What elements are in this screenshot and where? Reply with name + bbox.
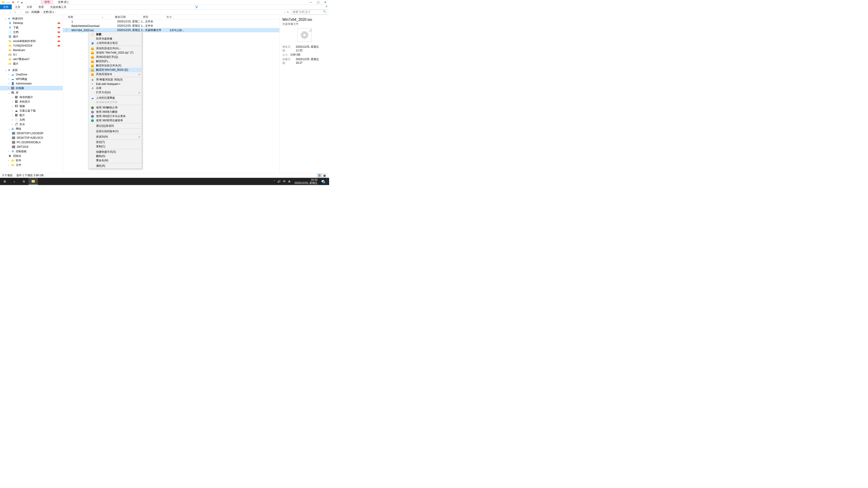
ctx-open-360[interactable]: 用360压缩打开(Q) [89,55,141,59]
contextual-tab-manage[interactable]: 管理 [41,0,53,4]
tab-file[interactable]: 文件 [0,4,12,9]
ctx-extract-here[interactable]: 解压到当前文件夹(X) [89,64,141,68]
qat-delete-icon[interactable]: ✕ [11,0,15,4]
explorer-taskbar-button[interactable] [29,178,38,185]
tree-documents[interactable]: 📄文档📌 [0,30,63,34]
column-name[interactable]: 名称▴ [66,15,114,19]
history-dropdown-icon[interactable]: ▾ [13,10,17,14]
chevron-right-icon[interactable]: › [41,11,42,14]
ctx-extract-to[interactable]: 解压到 Win7x64_2020\ (E)↖ [89,68,141,72]
breadcrumb-drive[interactable]: 文档 (E:) [42,10,55,14]
start-button[interactable]: ⊞ [0,178,9,185]
ctx-burn[interactable]: 刻录光盘映像 [89,37,141,41]
ctx-360-trojan[interactable]: 使用 360进行木马云查杀 [89,114,141,119]
ctx-qq-send[interactable]: 通过QQ发送到 [89,124,141,128]
search-input[interactable]: 搜索"文档 (E:)" [291,10,327,14]
ribbon-expand-icon[interactable]: ⋁ [194,4,199,9]
tree-bandicam[interactable]: Bandicam [0,48,63,53]
tree-thispc[interactable]: ›此电脑 [0,86,63,90]
volume-icon[interactable]: 🔊 [277,180,281,183]
tree-saved-pics[interactable]: ›🖼保存的图片 [0,95,63,99]
tree-libraries[interactable]: ⌄📚库 [0,90,63,95]
ctx-add-zip[interactable]: 添加到 "Win7x64_2020.zip" (T) [89,51,141,55]
ctx-fengmi[interactable]: ◆用 蜂蜜浏览器 浏览(3) [89,77,141,82]
qat-properties-icon[interactable]: ▭ [6,0,10,4]
tree-desktop-root[interactable]: ⌄🖥桌面 [0,68,63,72]
refresh-icon[interactable]: ↻ [287,11,289,14]
column-size[interactable]: 大小 [165,15,180,19]
tab-view[interactable]: 查看 [35,4,47,9]
ctx-mount[interactable]: 装载 [89,32,141,37]
ctx-properties[interactable]: 属性(R) [89,164,141,168]
tree-recycle[interactable]: 🗑回收站 [0,154,63,158]
ctx-copy[interactable]: 复制(C) [89,144,141,149]
ctx-add-archive[interactable]: 添加到压缩文件(A)... [89,46,141,51]
ctx-notepad[interactable]: ✎Edit with Notepad++ [89,82,141,86]
tree-desktop[interactable]: 🖥Desktop📌 [0,21,63,25]
ctx-360-unlock[interactable]: 使用 360解除占用 [89,105,141,110]
ctx-extract-f[interactable]: 解压到(F)... [89,59,141,64]
tree-win7reinstall[interactable]: win7重装win7 [0,57,63,61]
tree-pictures2[interactable]: 图片 [0,61,63,66]
address-bar[interactable]: › 此电脑 › 文档 (E:) › ⌄ ↻ [24,10,290,14]
ctx-baidu-upload[interactable]: ☁上传到百度网盘 [89,96,141,100]
task-view-button[interactable]: ⧉ [19,178,29,185]
view-details-button[interactable]: ☰ [317,173,322,177]
tray-expand-icon[interactable]: ˄ [274,180,275,183]
tree-tianyi[interactable]: ›☁天翼云盘下载 [0,108,63,113]
ctx-send-to[interactable]: 发送到(N)▸ [89,135,141,139]
tree-admin[interactable]: ›👤Administrator [0,81,63,86]
tree-videos[interactable]: ›🎞视频 [0,104,63,108]
tree-camera-roll[interactable]: ›🖼本机照片 [0,99,63,104]
column-date[interactable]: 修改日期 [114,15,142,19]
tree-yunqishi[interactable]: YUNQISHI2019📌 [0,43,63,48]
ctx-youdao[interactable]: ▣上传到有道云笔记 [89,41,141,45]
tree-pc3[interactable]: PC-20190530OBLA [0,140,63,144]
tree-docs[interactable]: ›📄文档 [0,118,63,122]
help-icon[interactable]: ? [324,4,329,9]
qat-undo-icon[interactable]: ↶ [16,0,20,4]
chevron-right-icon[interactable]: › [29,11,30,14]
ctx-shortcut[interactable]: 创建快捷方式(S) [89,150,141,154]
tree-software[interactable]: ›软件 [0,158,63,163]
chevron-right-icon[interactable]: › [55,11,56,14]
ime-indicator[interactable]: 中 [283,180,286,184]
tree-onedrive[interactable]: ›☁OneDrive [0,72,63,77]
address-dropdown-icon[interactable]: ⌄ [284,11,286,14]
tree-pictures3[interactable]: ›🖼图片 [0,113,63,118]
ctx-open-with[interactable]: 打开方式(H)▸ [89,90,141,95]
tree-downloads[interactable]: ⬇下载📌 [0,25,63,30]
tab-home[interactable]: 主页 [12,4,24,9]
tree-control-panel[interactable]: ›⚙控制面板 [0,149,63,154]
tree-pc1[interactable]: DESKTOP-LSSOEDP [0,131,63,135]
network-icon[interactable]: 🖧 [288,180,291,183]
column-type[interactable]: 类型 [142,15,165,19]
ctx-delete[interactable]: 删除(D) [89,154,141,158]
tree-wps[interactable]: ›☁WPS网盘 [0,77,63,81]
tree-music[interactable]: ›🎵音乐 [0,122,63,127]
ctx-other-compress[interactable]: 其他压缩命令▸ [89,72,141,76]
tree-quick-access[interactable]: ⌄★快速访问 [0,16,63,21]
clock[interactable]: 16:32 2020/12/25, 星期五 [293,178,319,185]
minimize-button[interactable]: — [309,1,313,4]
tree-pc2[interactable]: DESKTOP-NJEU3CG [0,135,63,140]
file-row[interactable]: 1 2020/12/15, 星期二 1... 文件夹 [63,20,279,24]
tree-files[interactable]: ›文件 [0,163,63,167]
close-button[interactable]: ✕ [323,1,327,4]
back-button[interactable]: ← [2,10,6,14]
ctx-restore[interactable]: 还原以前的版本(V) [89,129,141,133]
search-button[interactable]: ⌕ [9,178,19,185]
show-desktop-button[interactable] [327,178,328,185]
ctx-360-force-delete[interactable]: 使用 360强力删除 [89,110,141,114]
ctx-share[interactable]: ↗共享 [89,86,141,90]
tab-share[interactable]: 共享 [24,4,35,9]
file-row[interactable]: BaiduNetdiskDownload 2020/12/25, 星期五 1..… [63,24,279,28]
breadcrumb-thispc[interactable]: 此电脑 [31,10,40,14]
tree-pc4[interactable]: ZMT2019 [0,144,63,149]
ctx-cut[interactable]: 剪切(T) [89,140,141,144]
tree-network[interactable]: ⌄🖧网络 [0,127,63,131]
qat-dropdown-icon[interactable]: ▾ [21,1,24,3]
tree-excel[interactable]: excel表格制作求和📌 [0,39,63,43]
up-button[interactable]: ↑ [19,10,23,14]
ctx-rename[interactable]: 重命名(M) [89,158,141,163]
